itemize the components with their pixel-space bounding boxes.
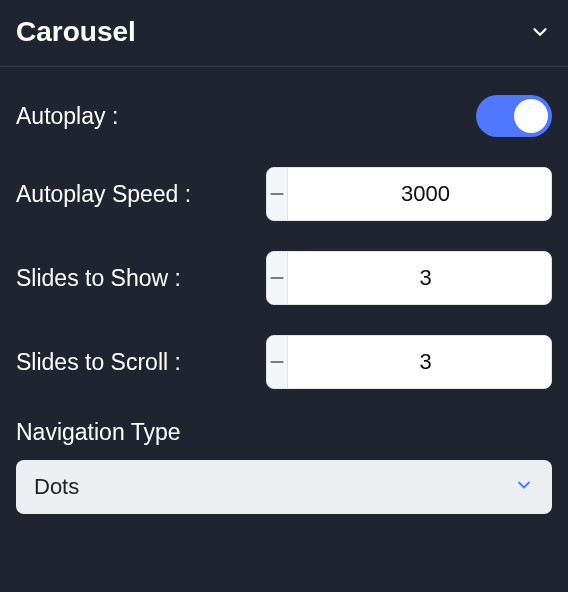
decrement-button[interactable]	[267, 168, 288, 220]
autoplay-speed-stepper	[266, 167, 552, 221]
slides-to-show-row: Slides to Show :	[16, 251, 552, 305]
carousel-panel: Carousel Autoplay : Autoplay Speed :	[0, 0, 568, 530]
navigation-type-label: Navigation Type	[16, 419, 552, 446]
chevron-down-icon	[528, 20, 552, 44]
slides-to-show-input[interactable]	[288, 252, 552, 304]
panel-header[interactable]: Carousel	[0, 0, 568, 67]
toggle-knob	[514, 99, 548, 133]
slides-to-scroll-input[interactable]	[288, 336, 552, 388]
autoplay-speed-row: Autoplay Speed :	[16, 167, 552, 221]
panel-title: Carousel	[16, 16, 136, 48]
slides-to-show-label: Slides to Show :	[16, 265, 181, 292]
panel-body: Autoplay : Autoplay Speed : Slides to Sh…	[0, 67, 568, 530]
autoplay-speed-input[interactable]	[288, 168, 552, 220]
decrement-button[interactable]	[267, 252, 288, 304]
autoplay-label: Autoplay :	[16, 103, 118, 130]
slides-to-scroll-stepper	[266, 335, 552, 389]
slides-to-scroll-label: Slides to Scroll :	[16, 349, 181, 376]
navigation-type-value: Dots	[34, 474, 79, 500]
slides-to-scroll-row: Slides to Scroll :	[16, 335, 552, 389]
autoplay-toggle[interactable]	[476, 95, 552, 137]
slides-to-show-stepper	[266, 251, 552, 305]
chevron-down-icon	[514, 475, 534, 499]
autoplay-speed-label: Autoplay Speed :	[16, 181, 191, 208]
navigation-type-select[interactable]: Dots	[16, 460, 552, 514]
decrement-button[interactable]	[267, 336, 288, 388]
autoplay-row: Autoplay :	[16, 95, 552, 137]
